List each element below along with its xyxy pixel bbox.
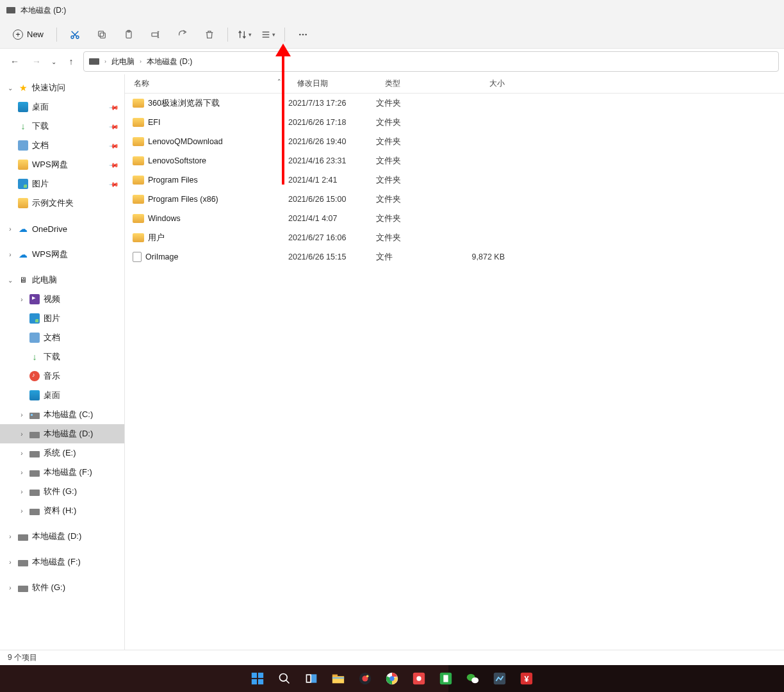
sidebar-item-wps-drive[interactable]: ›WPS网盘 [0,245,124,264]
col-size[interactable]: 大小 [450,78,514,89]
rename-button[interactable] [144,24,167,45]
titlebar: 本地磁盘 (D:) [0,0,784,21]
app-chrome-2[interactable] [380,666,404,691]
sidebar-item-example[interactable]: 示例文件夹 [0,194,124,213]
paste-button[interactable] [117,24,140,45]
table-row[interactable]: 360极速浏览器下载2021/7/13 17:26文件夹 [125,94,784,113]
sidebar-item-onedrive[interactable]: ›OneDrive [0,219,124,238]
col-type[interactable]: 类型 [376,78,450,89]
file-size: 9,872 KB [450,252,514,261]
view-button[interactable]: ▾ [258,24,278,45]
sidebar-item-wps[interactable]: WPS网盘📌 [0,155,124,174]
document-icon [18,140,28,151]
sidebar-item-documents[interactable]: 文档📌 [0,136,124,155]
start-button[interactable] [245,666,270,691]
file-type: 文件夹 [376,98,450,109]
new-button[interactable]: + New [6,24,50,45]
sidebar-item-music[interactable]: ›音乐 [0,367,124,386]
svg-point-28 [389,676,394,680]
table-row[interactable]: EFI2021/6/26 17:18文件夹 [125,113,784,132]
star-icon [18,83,28,93]
chevron-right-icon: › [18,469,26,476]
file-date: 2021/7/13 17:26 [288,99,376,108]
svg-rect-20 [312,675,316,682]
sidebar-item-desktop[interactable]: 桌面📌 [0,97,124,117]
sidebar-item-drive-d[interactable]: ›本地磁盘 (D:) [0,424,124,443]
copy-button[interactable] [90,24,113,45]
folder-icon [133,156,144,165]
delete-button[interactable] [198,24,221,45]
file-name: 360极速浏览器下载 [148,98,220,109]
taskbar: ¥ [0,665,784,692]
folder-icon [18,160,28,170]
sidebar-item-desktop-pc[interactable]: ›桌面 [0,386,124,405]
sidebar-item-quick-access[interactable]: ⌄ 快速访问 [0,78,124,97]
more-button[interactable] [291,24,314,45]
file-name: Windows [148,214,181,223]
sidebar-item-drive-d-ext[interactable]: ›本地磁盘 (D:) [0,527,124,546]
back-button[interactable]: ← [5,52,24,71]
sidebar-item-drive-f[interactable]: ›本地磁盘 (F:) [0,463,124,482]
explorer-button[interactable] [326,666,350,691]
drive-icon [29,490,40,496]
file-icon [133,252,142,262]
address-bar[interactable]: › 此电脑 › 本地磁盘 (D:) [83,51,779,72]
sidebar-item-this-pc[interactable]: ⌄此电脑 [0,270,124,290]
file-type: 文件夹 [376,156,450,167]
taskview-button[interactable] [299,666,323,691]
app-wechat[interactable] [461,666,485,691]
app-generic-3[interactable] [487,666,512,691]
sidebar-item-downloads-pc[interactable]: ›下载 [0,347,124,367]
sidebar-item-drive-c[interactable]: ›本地磁盘 (C:) [0,405,124,424]
sidebar-item-documents-pc[interactable]: ›文档 [0,328,124,347]
app-generic-2[interactable] [434,666,458,691]
sidebar-item-videos[interactable]: ›视频 [0,290,124,309]
status-bar: 9 个项目 [0,650,784,665]
sidebar-item-label: 快速访问 [32,82,65,94]
chevron-right-icon: › [6,559,14,566]
sidebar-item-pictures[interactable]: 图片📌 [0,174,124,194]
sidebar-item-drive-e[interactable]: ›系统 (E:) [0,443,124,463]
crumb-current[interactable]: 本地磁盘 (D:) [147,56,192,67]
col-name[interactable]: 名称⌃ [125,78,288,89]
table-row[interactable]: OriImage2021/6/26 15:15文件9,872 KB [125,247,784,267]
table-row[interactable]: LenovoSoftstore2021/4/16 23:31文件夹 [125,151,784,170]
svg-rect-19 [307,675,311,682]
sidebar-item-drive-h[interactable]: ›资料 (H:) [0,501,124,520]
cloud-icon [18,224,28,234]
app-chrome-1[interactable] [353,666,377,691]
col-date[interactable]: 修改日期 [288,78,376,89]
share-button[interactable] [171,24,194,45]
up-button[interactable]: ↑ [61,52,81,71]
sidebar-item-label: 桌面 [32,101,49,113]
svg-point-26 [366,675,369,678]
sidebar-item-drive-g-ext[interactable]: ›软件 (G:) [0,578,124,597]
recent-button[interactable]: ⌄ [49,52,59,71]
chevron-right-icon: › [18,507,26,515]
table-row[interactable]: Program Files2021/4/1 2:41文件夹 [125,170,784,190]
table-row[interactable]: LenovoQMDownload2021/6/26 19:40文件夹 [125,132,784,151]
sidebar-item-downloads[interactable]: 下载📌 [0,117,124,136]
sort-button[interactable]: ▾ [234,24,254,45]
sidebar-item-drive-g[interactable]: ›软件 (G:) [0,482,124,501]
pin-icon: 📌 [109,179,119,189]
app-generic-4[interactable]: ¥ [514,666,539,691]
svg-rect-6 [152,33,158,36]
forward-button[interactable]: → [27,52,46,71]
table-row[interactable]: Windows2021/4/1 4:07文件夹 [125,209,784,228]
table-row[interactable]: 用户2021/6/27 16:06文件夹 [125,228,784,247]
crumb-root[interactable]: 此电脑 [111,56,135,67]
download-icon [18,121,28,131]
sidebar-item-drive-f-ext[interactable]: ›本地磁盘 (F:) [0,552,124,572]
search-button[interactable] [272,666,297,691]
sidebar-item-pictures-pc[interactable]: ›图片 [0,309,124,328]
file-date: 2021/6/26 17:18 [288,118,376,127]
sidebar-item-label: 文档 [32,140,49,151]
svg-point-11 [302,33,304,35]
svg-point-10 [299,33,301,35]
cut-button[interactable] [63,24,86,45]
table-row[interactable]: Program Files (x86)2021/6/26 15:00文件夹 [125,190,784,209]
app-generic-1[interactable] [407,666,431,691]
sidebar-item-label: 资料 (H:) [44,505,76,516]
chevron-right-icon: › [18,296,26,303]
